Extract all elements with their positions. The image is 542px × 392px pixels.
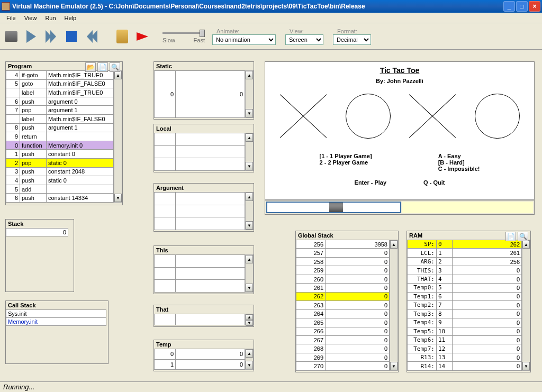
- this-panel: This▲▼: [153, 245, 254, 294]
- new-icon[interactable]: 📄: [97, 62, 108, 72]
- program-row[interactable]: 5add: [6, 185, 114, 194]
- globalstack-row[interactable]: 2620: [296, 292, 390, 300]
- segment-row[interactable]: 00: [155, 349, 245, 360]
- format-select[interactable]: Decimal: [333, 34, 371, 45]
- program-table[interactable]: 4if-gotoMath.min$IF_TRUE05gotoMath.min$I…: [6, 70, 114, 203]
- globalstack-row[interactable]: 2660: [296, 327, 390, 335]
- program-row[interactable]: 3pushconstant 2048: [6, 167, 114, 176]
- keyboard-display: [402, 202, 533, 213]
- globalstack-row[interactable]: 2630: [296, 301, 390, 309]
- globalstack-row[interactable]: 2570: [296, 249, 390, 257]
- segment-row[interactable]: [155, 158, 245, 171]
- segment-row[interactable]: [155, 217, 245, 230]
- argument-scrollbar[interactable]: ▲▼: [245, 192, 254, 230]
- program-row[interactable]: 8pushargument 1: [6, 123, 114, 132]
- program-row[interactable]: 6pushconstant 14334: [6, 194, 114, 203]
- segment-row[interactable]: [155, 267, 245, 280]
- o-icon: [346, 94, 391, 139]
- close-button[interactable]: ×: [529, 1, 540, 12]
- speed-slider[interactable]: SlowFast: [162, 29, 205, 43]
- globalstack-row[interactable]: 2640: [296, 309, 390, 318]
- program-row[interactable]: 7popargument 1: [6, 106, 114, 115]
- ram-row[interactable]: LCL:1261: [408, 249, 522, 257]
- globalstack-row[interactable]: 2700: [296, 362, 390, 371]
- open-icon[interactable]: 📂: [85, 62, 96, 72]
- globalstack-row[interactable]: 2650: [296, 318, 390, 327]
- ram-row[interactable]: Temp6:110: [408, 335, 522, 344]
- program-row[interactable]: 1pushconstant 0: [6, 150, 114, 159]
- ram-row[interactable]: R14:140: [408, 362, 522, 371]
- ram-row[interactable]: Temp4:90: [408, 318, 522, 327]
- menu-view[interactable]: View: [20, 14, 41, 22]
- program-row[interactable]: 6pushargument 0: [6, 97, 114, 106]
- ram-row[interactable]: THIS:30: [408, 266, 522, 275]
- ram-row[interactable]: Temp1:60: [408, 292, 522, 300]
- static-scrollbar[interactable]: ▲▼: [245, 70, 254, 118]
- keyboard-icon: [329, 203, 343, 212]
- ram-scrollbar[interactable]: ▲▼: [522, 240, 530, 371]
- program-row[interactable]: 4pushstatic 0: [6, 176, 114, 185]
- titlebar: Virtual Machine Emulator (2.5) - C:\John…: [0, 0, 542, 13]
- program-row[interactable]: 2popstatic 0: [6, 158, 114, 167]
- rewind-button[interactable]: [84, 29, 100, 44]
- globalstack-row[interactable]: 2690: [296, 353, 390, 361]
- ram-row[interactable]: ARG:2256: [408, 257, 522, 266]
- breakpoint-button[interactable]: [134, 29, 150, 44]
- menu-help[interactable]: Help: [60, 14, 81, 22]
- program-row[interactable]: 0functionMemory.init 0: [6, 141, 114, 150]
- print-button[interactable]: [3, 29, 19, 44]
- ram-row[interactable]: Temp0:50: [408, 284, 522, 292]
- script-button[interactable]: [114, 29, 130, 44]
- ram-row[interactable]: THAT:40: [408, 275, 522, 283]
- maximize-button[interactable]: □: [516, 1, 528, 12]
- that-scrollbar[interactable]: ▲▼: [245, 314, 254, 325]
- segment-row[interactable]: [155, 205, 245, 217]
- run-button[interactable]: [43, 29, 59, 44]
- program-scrollbar[interactable]: ▲▼: [114, 70, 122, 203]
- ram-row[interactable]: R13:130: [408, 353, 522, 361]
- segment-row[interactable]: [155, 255, 245, 268]
- view-select[interactable]: Screen: [285, 34, 323, 45]
- menu-run[interactable]: Run: [41, 14, 60, 22]
- search-icon[interactable]: 🔍: [110, 62, 120, 72]
- globalstack-row[interactable]: 2670: [296, 335, 390, 344]
- segment-row[interactable]: 10: [155, 359, 245, 370]
- callstack-row: Memory.init: [6, 318, 106, 326]
- minimize-button[interactable]: _: [503, 1, 515, 12]
- segment-row[interactable]: [155, 145, 245, 158]
- ram-row[interactable]: SP:0262: [408, 240, 522, 249]
- segment-row[interactable]: [155, 314, 245, 325]
- temp-scrollbar[interactable]: ▲▼: [245, 349, 254, 370]
- stop-button[interactable]: [64, 29, 79, 44]
- globalstack-row[interactable]: 2590: [296, 266, 390, 275]
- globalstack-row[interactable]: 2680: [296, 344, 390, 353]
- ram-table[interactable]: SP:0262LCL:1261ARG:2256THIS:30THAT:40Tem…: [407, 240, 522, 371]
- local-scrollbar[interactable]: ▲▼: [245, 133, 254, 171]
- globalstack-scrollbar[interactable]: ▲▼: [390, 240, 398, 371]
- ram-edit-icon[interactable]: 📄: [505, 232, 516, 241]
- program-row[interactable]: 5gotoMath.min$IF_FALSE0: [6, 79, 114, 88]
- ram-row[interactable]: Temp3:80: [408, 309, 522, 318]
- ram-row[interactable]: Temp7:120: [408, 344, 522, 353]
- x-icon: [279, 92, 327, 140]
- segment-row[interactable]: [155, 280, 245, 293]
- ram-search-icon[interactable]: 🔍: [518, 232, 528, 241]
- step-button[interactable]: [23, 29, 39, 44]
- globalstack-row[interactable]: 2610: [296, 284, 390, 292]
- program-row[interactable]: labelMath.min$IF_TRUE0: [6, 88, 114, 97]
- globalstack-row[interactable]: 2600: [296, 275, 390, 283]
- segment-row[interactable]: [155, 133, 245, 146]
- callstack-row: Sys.init: [6, 310, 106, 318]
- globalstack-row[interactable]: 2563958: [296, 240, 390, 249]
- program-row[interactable]: 9return: [6, 132, 114, 141]
- segment-row[interactable]: 00: [155, 71, 245, 118]
- program-row[interactable]: labelMath.min$IF_FALSE0: [6, 114, 114, 123]
- animate-select[interactable]: No animation: [212, 34, 276, 45]
- this-scrollbar[interactable]: ▲▼: [245, 254, 254, 293]
- globalstack-table[interactable]: 2563958257025802590260026102620263026402…: [296, 240, 390, 371]
- ram-row[interactable]: Temp2:70: [408, 301, 522, 309]
- globalstack-row[interactable]: 2580: [296, 257, 390, 266]
- segment-row[interactable]: [155, 193, 245, 205]
- menu-file[interactable]: File: [2, 14, 20, 22]
- ram-row[interactable]: Temp5:100: [408, 327, 522, 335]
